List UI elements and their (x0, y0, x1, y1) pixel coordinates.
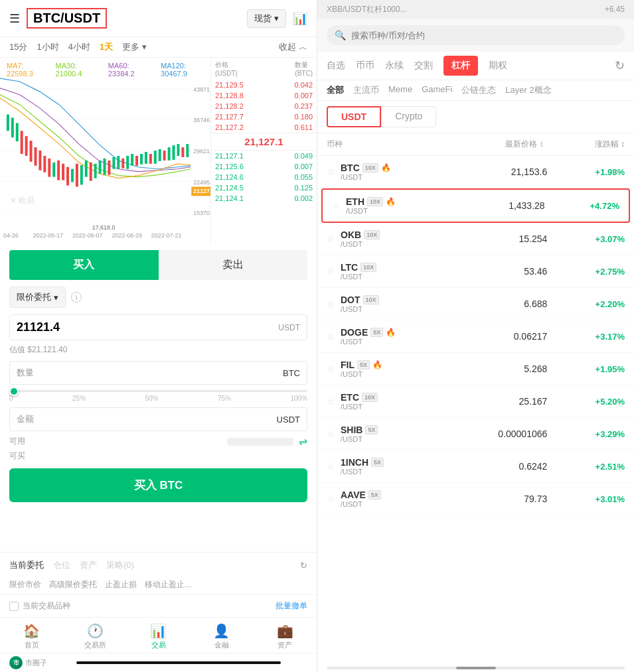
nav-trade[interactable]: 📊 交易 (127, 623, 190, 650)
menu-icon[interactable]: ☰ (9, 11, 20, 26)
current-symbol-checkbox[interactable]: 当前交易品种 (9, 600, 70, 612)
coin-row-1inch[interactable]: ☆ 1INCH 5X /USDT 0.6242 +2.51% (317, 450, 634, 483)
sell-tab[interactable]: 卖出 (159, 250, 308, 280)
coin-row-shib[interactable]: ☆ SHIB 5X /USDT 0.00001066 +3.29% (317, 418, 634, 450)
star-icon-doge: ☆ (327, 331, 335, 342)
ask-row-1: 21,129.5 0.042 (211, 80, 317, 90)
coin-info-fil: FIL 5X 🔥 /USDT (341, 360, 461, 378)
nav-exchange[interactable]: 🕐 交易所 (63, 623, 126, 650)
buy-tab[interactable]: 买入 (9, 250, 159, 280)
order-tab-strategy[interactable]: 策略(0) (106, 559, 134, 571)
svg-rect-42 (177, 144, 179, 156)
refresh-icon[interactable]: ↻ (300, 561, 307, 571)
svg-rect-31 (126, 156, 129, 169)
coin-pair-eth: /USDT (346, 207, 462, 215)
order-type-advanced[interactable]: 高级限价委托 (49, 579, 97, 590)
tab-margin[interactable]: 杠杆 (443, 56, 478, 76)
leverage-badge-etc: 10X (362, 393, 378, 402)
left-panel: ☰ BTC/USDT 现货 ▾ 📊 15分 1小时 4小时 1天 更多 ▾ 收起… (0, 0, 317, 672)
coin-price-etc: 25.167 (461, 396, 548, 407)
coin-pair-ltc: /USDT (341, 273, 461, 281)
nav-finance[interactable]: 👤 金融 (190, 623, 253, 650)
coin-name-fil: FIL 5X 🔥 (341, 360, 461, 370)
info-icon[interactable]: i (71, 292, 82, 302)
coin-row-doge[interactable]: ☆ DOGE 5X 🔥 /USDT 0.06217 +3.17% (317, 320, 634, 353)
coin-row-etc[interactable]: ☆ ETC 10X /USDT 25.167 +5.20% (317, 385, 634, 418)
tab-4h[interactable]: 4小时 (68, 41, 90, 53)
bid-row-3: 21,124.6 0.055 (211, 172, 317, 182)
coin-pair-dot: /USDT (341, 305, 461, 313)
confirm-buy-button[interactable]: 买入 BTC (9, 468, 307, 502)
cat-meme[interactable]: Meme (388, 84, 412, 96)
currency-crypto[interactable]: Crypto (381, 106, 436, 127)
price-input-row[interactable]: 21121.4 USDT (9, 314, 307, 340)
cat-all[interactable]: 全部 (327, 84, 344, 96)
qty-row[interactable]: 数量 BTC (9, 361, 307, 385)
tab-collapse[interactable]: 收起 ︿ (279, 41, 307, 53)
col-pair-header: 币种 (327, 139, 453, 150)
spot-button[interactable]: 现货 ▾ (247, 9, 286, 28)
chevron-down-icon: ▾ (54, 293, 58, 302)
tab-spot[interactable]: 币币 (356, 57, 374, 74)
col-change-header[interactable]: 涨跌幅 ↕ (544, 139, 625, 150)
cat-mainstream[interactable]: 主流币 (353, 84, 379, 96)
tab-delivery[interactable]: 交割 (414, 57, 433, 74)
right-panel: XBB/USDT杠杆1000... +6.45 🔍 自选 币币 永续 交割 杠杆… (317, 0, 634, 672)
order-tab-current[interactable]: 当前委托 (9, 559, 44, 571)
order-tab-assets[interactable]: 资产 (80, 559, 97, 571)
svg-rect-43 (181, 147, 184, 157)
star-icon-okb: ☆ (327, 234, 335, 244)
coin-row-aave[interactable]: ☆ AAVE 5X /USDT 79.73 +3.01% (317, 483, 634, 515)
bid-price-3: 21,124.6 (215, 173, 244, 181)
ask-price-5: 21,127.2 (215, 123, 244, 131)
bid-price-1: 21,127.1 (215, 152, 244, 160)
pair-title[interactable]: BTC/USDT (27, 8, 107, 29)
tab-more[interactable]: 更多 ▾ (122, 41, 147, 53)
checkbox[interactable] (9, 602, 19, 611)
svg-text:29621.0: 29621.0 (193, 148, 210, 155)
tab-options[interactable]: 期权 (489, 57, 507, 74)
cat-gamefi[interactable]: GameFi (422, 84, 452, 96)
star-icon-btc: ☆ (327, 167, 335, 177)
coin-row-fil[interactable]: ☆ FIL 5X 🔥 /USDT 5.268 +1.95% (317, 353, 634, 385)
tab-1h[interactable]: 1小时 (37, 41, 58, 53)
ma7-label: MA7: 22598.3 (7, 62, 49, 78)
col-price-header[interactable]: 最新价格 ↕ (453, 139, 543, 150)
svg-text:15370.6: 15370.6 (193, 210, 210, 216)
batch-cancel-button[interactable]: 批量撤单 (276, 600, 307, 612)
order-type-trailing[interactable]: 移动止盈止... (145, 579, 191, 590)
coin-row-dot[interactable]: ☆ DOT 10X /USDT 6.688 +2.20% (317, 288, 634, 320)
order-tab-position[interactable]: 仓位 (53, 559, 70, 571)
ma60-label: MA60: 23384.2 (108, 62, 154, 78)
order-type-tpsl[interactable]: 止盈止损 (105, 579, 137, 590)
nav-home[interactable]: 🏠 首页 (0, 623, 63, 650)
chart-area[interactable]: MA7: 22598.3 MA30: 21000.4 MA60: 23384.2… (0, 58, 210, 243)
order-type-limit[interactable]: 限价市价 (9, 579, 41, 590)
leverage-badge-okb: 10X (364, 230, 380, 239)
coin-row-ltc[interactable]: ☆ LTC 10X /USDT 53.46 +2.75% (317, 255, 634, 288)
candle-icon[interactable]: 📊 (293, 11, 307, 26)
slider-thumb[interactable] (9, 387, 19, 396)
coin-row-okb[interactable]: ☆ OKB 10X /USDT 15.254 +3.07% (317, 223, 634, 255)
svg-rect-17 (62, 164, 64, 180)
swap-icon[interactable]: ⇌ (299, 435, 307, 448)
slider-marks: 0 25% 50% 75% 100% (9, 395, 307, 402)
slider-row[interactable]: 0 25% 50% 75% 100% (9, 390, 307, 402)
order-type-select[interactable]: 限价委托 ▾ (9, 287, 66, 308)
tab-15min[interactable]: 15分 (9, 41, 27, 53)
coin-row-btc[interactable]: ☆ BTC 10X 🔥 /USDT 21,153.6 +1.98% (317, 156, 634, 188)
tab-perpetual[interactable]: 永续 (385, 57, 404, 74)
currency-tabs: USDT Crypto (317, 101, 634, 133)
tab-1d[interactable]: 1天 (100, 41, 113, 53)
tab-watchlist[interactable]: 自选 (327, 57, 345, 74)
svg-rect-30 (121, 159, 124, 168)
search-input[interactable] (351, 31, 617, 40)
cat-public-chain[interactable]: 公链生态 (461, 84, 496, 96)
nav-assets[interactable]: 💼 资产 (254, 623, 317, 650)
amount-row[interactable]: 金额 USDT (9, 407, 307, 431)
refresh-icon-right[interactable]: ↻ (615, 58, 625, 73)
leverage-badge-aave: 5X (368, 490, 381, 500)
coin-row-eth[interactable]: ☆ ETH 10X 🔥 /USDT 1,433.28 +4.72% (321, 188, 630, 223)
cat-layer2[interactable]: Layer 2概念 (505, 84, 551, 96)
currency-usdt[interactable]: USDT (327, 106, 381, 127)
